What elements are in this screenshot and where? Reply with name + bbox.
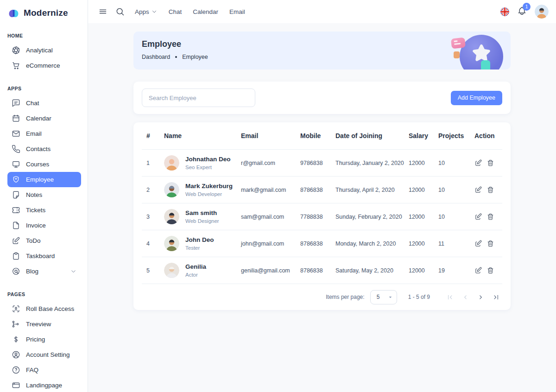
search-employee-input[interactable]: [142, 89, 255, 107]
top-header: Apps Chat Calendar Email: [88, 0, 556, 23]
employee-mobile: 8786838: [296, 257, 331, 284]
sidebar-item-faq[interactable]: FAQ: [7, 362, 81, 378]
help-icon: [12, 366, 20, 374]
next-page-button[interactable]: [474, 291, 487, 303]
employee-name: Genilia: [185, 263, 206, 271]
brand-logo[interactable]: Modernize: [7, 6, 81, 20]
edit-button[interactable]: [474, 266, 482, 274]
employee-avatar: [164, 182, 179, 197]
first-page-icon: [446, 293, 454, 301]
table-row: 5 Genilia Actor genilia@gmail.c: [142, 257, 502, 284]
edit-button[interactable]: [474, 240, 482, 247]
items-per-page-label: Items per page:: [326, 294, 364, 300]
chevron-down-icon: [70, 268, 77, 275]
trash-icon: [486, 186, 494, 194]
sidebar-item-blog[interactable]: Blog: [7, 264, 81, 279]
sidebar-item-calendar[interactable]: Calendar: [7, 111, 81, 126]
sidebar-item-todo[interactable]: ToDo: [7, 233, 81, 248]
caret-down-icon: [387, 294, 394, 301]
sidebar-item-label: Notes: [26, 191, 42, 198]
sidebar-item-label: FAQ: [26, 367, 38, 373]
sidebar-item-label: Courses: [26, 161, 49, 168]
nav-chat[interactable]: Chat: [169, 8, 182, 15]
employee-mobile: 8786838: [296, 230, 331, 257]
sidebar-section-home: HOME: [7, 33, 81, 38]
user-avatar[interactable]: [535, 5, 549, 19]
sidebar: Modernize HOME Analytical eCommerce APPS…: [0, 0, 88, 392]
sidebar-item-email[interactable]: Email: [7, 126, 81, 141]
items-per-page-select[interactable]: 5: [370, 290, 397, 304]
next-page-icon: [477, 293, 485, 301]
employee-email: r@gmail.com: [236, 150, 296, 177]
sidebar-item-label: Email: [26, 130, 42, 137]
sidebar-item-contacts[interactable]: Contacts: [7, 141, 81, 157]
sidebar-item-invoice[interactable]: Invoice: [7, 218, 81, 233]
sidebar-item-tickets[interactable]: Tickets: [7, 202, 81, 218]
phone-icon: [12, 145, 20, 153]
employee-date: Saturday, May 2, 2020: [331, 257, 404, 284]
blog-icon: [12, 267, 20, 276]
edit-button[interactable]: [474, 159, 482, 167]
employee-projects: 11: [434, 230, 470, 257]
sidebar-item-treeview[interactable]: Treeview: [7, 316, 81, 332]
search-icon: [115, 7, 125, 16]
employee-email: sam@gmail.com: [236, 203, 296, 230]
sidebar-item-roll-base-access[interactable]: Roll Base Access: [7, 301, 81, 316]
delete-button[interactable]: [486, 159, 494, 167]
sidebar-item-chat[interactable]: Chat: [7, 95, 81, 111]
edit-icon: [474, 240, 482, 247]
delete-button[interactable]: [486, 213, 494, 221]
aperture-icon: [12, 46, 20, 55]
illustration-square: [454, 51, 460, 58]
branch-icon: [12, 320, 20, 329]
uk-flag-icon: [500, 7, 509, 16]
sidebar-item-analytical[interactable]: Analytical: [7, 43, 81, 58]
delete-button[interactable]: [486, 186, 494, 194]
sidebar-item-account-setting[interactable]: Account Setting: [7, 347, 81, 362]
sidebar-item-taskboard[interactable]: Taskboard: [7, 248, 81, 264]
sidebar-item-pricing[interactable]: Pricing: [7, 332, 81, 347]
prev-page-icon: [461, 293, 469, 301]
employee-avatar: [164, 209, 179, 224]
sidebar-item-ecommerce[interactable]: eCommerce: [7, 58, 81, 73]
add-employee-button[interactable]: Add Employee: [451, 91, 502, 105]
col-action: Action: [470, 122, 502, 150]
edit-icon: [474, 159, 482, 167]
illustration-bar: [481, 60, 490, 70]
sidebar-item-employee[interactable]: Employee: [7, 172, 81, 187]
file-icon: [12, 221, 20, 230]
first-page-button[interactable]: [443, 291, 456, 303]
sidebar-item-label: Chat: [26, 100, 39, 107]
nav-email[interactable]: Email: [229, 8, 245, 15]
sidebar-item-label: Roll Base Access: [26, 305, 74, 312]
employee-salary: 12000: [404, 177, 434, 203]
sidebar-item-landingpage[interactable]: Landingpage: [7, 378, 81, 392]
employee-name: Mark Zukerburg: [185, 183, 233, 190]
user-scan-icon: [12, 304, 20, 313]
employee-table-card: # Name Email Mobile Date of Joining Sala…: [133, 122, 511, 310]
nav-apps[interactable]: Apps: [135, 8, 158, 15]
edit-button[interactable]: [474, 213, 482, 221]
edit-icon: [474, 266, 482, 274]
notifications-button[interactable]: 1: [517, 6, 527, 18]
modernize-logo-icon: [7, 7, 20, 19]
last-page-button[interactable]: [489, 291, 502, 303]
delete-button[interactable]: [486, 266, 494, 274]
sidebar-item-notes[interactable]: Notes: [7, 187, 81, 202]
col-salary: Salary: [404, 122, 434, 150]
sidebar-item-label: Pricing: [26, 336, 45, 343]
delete-button[interactable]: [486, 240, 494, 247]
cart-icon: [12, 61, 20, 70]
nav-label: Email: [229, 8, 245, 15]
window-icon: [12, 381, 20, 390]
table-row: 1 Johnathan Deo Seo Expert r@gm: [142, 150, 502, 177]
prev-page-button[interactable]: [459, 291, 472, 303]
search-button[interactable]: [115, 7, 125, 16]
sidebar-item-courses[interactable]: Courses: [7, 157, 81, 172]
nav-calendar[interactable]: Calendar: [193, 8, 218, 15]
sidebar-item-label: Landingpage: [26, 382, 62, 389]
language-flag-button[interactable]: [500, 7, 509, 16]
breadcrumb-dashboard[interactable]: Dashboard: [142, 54, 170, 60]
menu-toggle-button[interactable]: [98, 7, 107, 16]
edit-button[interactable]: [474, 186, 482, 194]
